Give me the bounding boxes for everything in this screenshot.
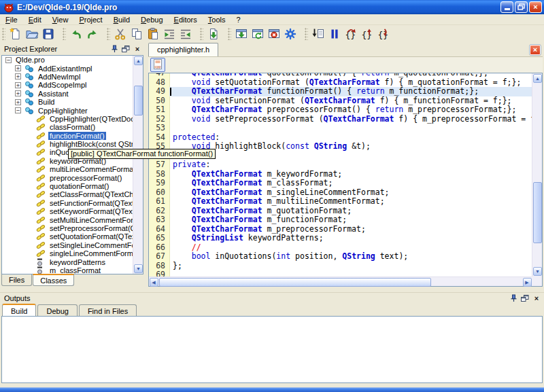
settings-button[interactable] <box>282 26 299 41</box>
collapse-icon[interactable]: − <box>15 107 21 113</box>
restore-button[interactable] <box>515 1 528 13</box>
tree-item-functionformat[interactable]: functionFormat() <box>2 132 133 140</box>
code-line-60[interactable]: 60 QTextCharFormat m_singleLineCommentFo… <box>149 188 532 198</box>
code-line-66[interactable]: 66 // <box>149 243 532 253</box>
open-file-button[interactable] <box>24 26 40 41</box>
tree-item-classformat[interactable]: classFormat() <box>2 123 133 131</box>
tree-item-quotationformat[interactable]: quotationFormat() <box>2 182 133 190</box>
outputs-pin-icon[interactable] <box>509 293 518 302</box>
new-file-button[interactable] <box>7 26 24 41</box>
outputs-tab-debug[interactable]: Debug <box>37 304 77 317</box>
code-line-51[interactable]: 51 QTextCharFormat preprocessorFormat() … <box>149 105 532 115</box>
pin-icon[interactable] <box>109 44 119 53</box>
pause-button[interactable] <box>326 26 343 41</box>
code-line-50[interactable]: 50 void setFunctionFormat (QTextCharForm… <box>149 96 532 106</box>
menu-item-build[interactable]: Build <box>108 15 135 24</box>
compile-file-button[interactable] <box>205 26 222 41</box>
code-line-49[interactable]: 49 QTextCharFormat functionFormat() { re… <box>149 87 532 96</box>
tree-item-cpphighlighter-qtextdocumen[interactable]: CppHighlighter(QTextDocumen... <box>2 115 133 123</box>
menu-item-file[interactable]: File <box>0 15 23 24</box>
file-type-button[interactable]: cpp <box>150 58 165 72</box>
explorer-tab-files[interactable]: Files <box>1 274 32 286</box>
expand-icon[interactable]: + <box>15 65 21 71</box>
tree-item-preprocessorformat[interactable]: preprocessorFormat() <box>2 173 133 181</box>
stop-button[interactable] <box>266 26 282 41</box>
step-into-button[interactable] <box>310 26 326 41</box>
editor-tab-cpphighlighter[interactable]: cpphighlighter.h <box>148 43 218 56</box>
editor-scroll-down-icon[interactable]: ▼ <box>533 267 542 276</box>
expand-icon[interactable]: + <box>15 82 21 88</box>
editor-scroll-up-icon[interactable]: ▲ <box>533 74 542 83</box>
tree-scroll-thumb[interactable] <box>134 86 143 115</box>
tree-item-highlightblock-const-qstring-t[interactable]: highlightBlock(const QString &t) <box>2 140 133 148</box>
menu-item-project[interactable]: Project <box>73 15 107 24</box>
code-line-69[interactable]: 69 <box>149 270 532 277</box>
step-out-button[interactable]: {} <box>359 26 375 41</box>
close-panel-icon[interactable]: × <box>133 44 142 53</box>
indent-button[interactable] <box>161 26 177 41</box>
menu-item-view[interactable]: View <box>47 15 74 24</box>
expand-icon[interactable]: + <box>15 99 21 105</box>
run-button[interactable] <box>233 26 250 41</box>
tree-item-setsinglelinecommentformat[interactable]: setSingleLineCommentFormat(... <box>2 241 133 249</box>
code-line-54[interactable]: 54protected: <box>149 133 532 143</box>
menu-item-help[interactable]: ? <box>231 15 245 24</box>
copy-button[interactable] <box>129 26 145 41</box>
editor-close-tab-button[interactable]: × <box>530 45 541 55</box>
tree-item-setkeywordformat-qtextchar[interactable]: setKeywordFormat(QTextChar... <box>2 207 133 215</box>
tree-item-build[interactable]: +Build <box>2 98 133 106</box>
toolbar-group-handle[interactable] <box>200 28 203 40</box>
tree-item-setclassformat-qtextcharfor[interactable]: setClassFormat(QTextCharFor... <box>2 190 133 198</box>
code-line-58[interactable]: 58 QTextCharFormat m_keywordFormat; <box>149 170 532 179</box>
tree-item-addscopeimpl[interactable]: +AddScopeImpl <box>2 81 133 89</box>
toolbar-group-handle[interactable] <box>2 28 5 40</box>
tree-item-qide-pro[interactable]: −QIde.pro <box>2 56 133 64</box>
toolbar-group-handle[interactable] <box>63 28 66 40</box>
tree-item-addnewimpl[interactable]: +AddNewImpl <box>2 73 133 81</box>
tree-item-multilinecommentformat[interactable]: multiLineCommentFormat() <box>2 165 133 173</box>
editor-scroll-left-icon[interactable]: ◀ <box>150 278 158 287</box>
close-button[interactable]: × <box>529 1 542 13</box>
code-line-57[interactable]: 57private: <box>149 160 532 170</box>
tree-item-singlelinecommentformat[interactable]: singleLineCommentFormat() <box>2 249 133 257</box>
code-line-59[interactable]: 59 QTextCharFormat m_classFormat; <box>149 179 532 188</box>
expand-icon[interactable]: + <box>15 73 21 79</box>
toolbar-group-handle[interactable] <box>228 28 231 40</box>
code-line-62[interactable]: 62 QTextCharFormat m_quotationFormat; <box>149 207 532 216</box>
editor-hscroll-thumb[interactable] <box>159 278 431 287</box>
toolbar-group-handle[interactable] <box>305 28 308 40</box>
editor-horizontal-scrollbar[interactable]: ◀ ▶ <box>149 277 542 286</box>
tree-item-setfunctionformat-qtextchar[interactable]: setFunctionFormat(QTextChar... <box>2 199 133 207</box>
save-file-button[interactable] <box>40 26 56 41</box>
code-line-63[interactable]: 63 QTextCharFormat m_functionFormat; <box>149 215 532 225</box>
paste-button[interactable] <box>145 26 161 41</box>
tree-item-setpreprocessorformat-qtext[interactable]: setPreprocessorFormat(QText... <box>2 224 133 232</box>
code-line-48[interactable]: 48 void setQuotationFormat (QTextCharFor… <box>149 78 532 88</box>
toolbar-group-handle[interactable] <box>107 28 110 40</box>
collapse-icon[interactable]: − <box>5 57 12 63</box>
tree-item-assistant[interactable]: +Assistant <box>2 90 133 98</box>
tree-item-keywordpatterns[interactable]: keywordPatterns <box>2 257 133 266</box>
redo-button[interactable] <box>84 26 101 41</box>
tree-item-setmultilinecommentformat-q[interactable]: setMultiLineCommentFormat(Q... <box>2 215 133 224</box>
editor-scroll-right-icon[interactable]: ▶ <box>523 278 532 287</box>
step-instruction-button[interactable]: {} <box>375 26 392 41</box>
outputs-close-icon[interactable]: × <box>532 293 541 302</box>
float-window-icon[interactable] <box>121 44 131 53</box>
code-editor[interactable]: 47 QTextCharFormat quotationFormat() { r… <box>148 73 543 287</box>
code-line-67[interactable]: 67 bool inQuotations(int position, QStri… <box>149 252 532 262</box>
menu-item-editors[interactable]: Editors <box>169 15 203 24</box>
outputs-tab-build[interactable]: Build <box>2 304 36 317</box>
minimize-button[interactable] <box>500 1 513 13</box>
code-line-52[interactable]: 52 void setPreprocessorFormat (QTextChar… <box>149 115 532 124</box>
editor-scroll-thumb[interactable] <box>533 182 542 243</box>
menu-item-debug[interactable]: Debug <box>135 15 168 24</box>
tree-item-cpphighlighter[interactable]: −CppHighlighter <box>2 106 133 114</box>
expand-icon[interactable]: + <box>15 90 21 96</box>
code-area[interactable]: 47 QTextCharFormat quotationFormat() { r… <box>149 73 532 277</box>
menu-item-edit[interactable]: Edit <box>23 15 47 24</box>
tree-scroll-up-icon[interactable]: ▲ <box>134 56 143 65</box>
cut-button[interactable] <box>112 26 129 41</box>
code-line-61[interactable]: 61 QTextCharFormat m_multiLineCommentFor… <box>149 197 532 207</box>
menu-item-tools[interactable]: Tools <box>203 15 231 24</box>
